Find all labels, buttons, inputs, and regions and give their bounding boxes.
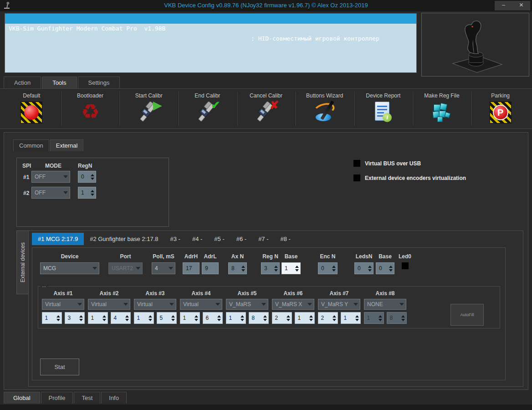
spinner-arrows-icon[interactable] xyxy=(55,313,61,323)
axis-1-spinner-a[interactable]: 1 xyxy=(42,312,62,324)
spi1-regn-spinner[interactable]: 0 xyxy=(78,171,96,183)
axn-spinner[interactable]: 8 xyxy=(228,262,247,274)
axis-8-spinner-a[interactable]: 1 xyxy=(364,312,384,324)
spinner-arrows-icon[interactable] xyxy=(308,313,314,323)
base2-spinner[interactable]: 0 xyxy=(376,262,394,274)
device-tab-1[interactable]: #1 MCG 2:17.9 xyxy=(32,233,84,245)
tab-info[interactable]: Info xyxy=(101,392,127,404)
tab-profile[interactable]: Profile xyxy=(41,392,73,404)
spinner-arrows-icon[interactable] xyxy=(239,313,246,323)
tab-tools[interactable]: Tools xyxy=(42,77,77,88)
axis-6-spinner-b[interactable]: 1 xyxy=(295,312,315,324)
spinner-arrows-icon[interactable] xyxy=(262,313,268,323)
parking-button[interactable]: Parking P xyxy=(472,91,528,127)
spinner-arrows-icon[interactable] xyxy=(89,171,96,182)
axis-7-spinner-b[interactable]: 1 xyxy=(341,312,361,324)
axis-3-mode-dropdown[interactable]: Virtual xyxy=(134,299,176,310)
axis-5-spinner-a[interactable]: 1 xyxy=(226,312,246,324)
axis-6-mode-dropdown[interactable]: V_MaRS X xyxy=(272,299,314,310)
adrh-input[interactable]: 17 xyxy=(183,262,200,274)
axis-4-mode-dropdown[interactable]: Virtual xyxy=(180,299,222,310)
regn-spinner[interactable]: 3 xyxy=(261,262,280,274)
spinner-arrows-icon[interactable] xyxy=(101,313,107,323)
device-list[interactable]: VKB-Sim Gunfighter Modern Combat Pro v1.… xyxy=(5,13,417,73)
axis-1-mode-dropdown[interactable]: Virtual xyxy=(42,299,84,310)
tab-settings[interactable]: Settings xyxy=(78,77,120,88)
end-calibr-button[interactable]: End Calibr ✔ xyxy=(179,91,235,127)
spinner-arrows-icon[interactable] xyxy=(273,263,279,274)
spinner-arrows-icon[interactable] xyxy=(354,313,360,323)
port-dropdown[interactable]: USART2 xyxy=(108,262,143,274)
autofill-button[interactable]: AutoFill xyxy=(450,304,484,326)
spinner-arrows-icon[interactable] xyxy=(400,313,406,323)
axis-4-spinner-b[interactable]: 6 xyxy=(203,312,223,324)
spinner-arrows-icon[interactable] xyxy=(78,313,84,323)
spinner-arrows-icon[interactable] xyxy=(216,313,222,323)
make-reg-file-button[interactable]: Make Reg File xyxy=(414,91,470,127)
spi2-regn-spinner[interactable]: 1 xyxy=(78,187,96,199)
spinner-arrows-icon[interactable] xyxy=(294,263,300,274)
cancel-calibr-button[interactable]: Cancel Calibr ✘ xyxy=(238,91,294,127)
spinner-arrows-icon[interactable] xyxy=(367,263,373,274)
spinner-arrows-icon[interactable] xyxy=(147,313,153,323)
spinner-arrows-icon[interactable] xyxy=(89,187,96,198)
device-tab-7[interactable]: #7 - xyxy=(252,233,274,245)
stat-button[interactable]: Stat xyxy=(40,359,79,375)
encn-spinner[interactable]: 0 xyxy=(318,262,338,274)
minimize-button[interactable]: – xyxy=(495,1,512,10)
axis-6-spinner-a[interactable]: 2 xyxy=(272,312,292,324)
device-tab-5[interactable]: #5 - xyxy=(208,233,230,245)
spinner-arrows-icon[interactable] xyxy=(124,313,130,323)
axis-2-mode-dropdown[interactable]: Virtual xyxy=(88,299,130,310)
spinner-arrows-icon[interactable] xyxy=(170,313,176,323)
virtual-bus-option[interactable]: Virtual BUS over USB xyxy=(353,160,421,167)
encoder-virt-checkbox[interactable] xyxy=(353,174,360,181)
device-dropdown[interactable]: MCG xyxy=(40,262,99,274)
external-devices-side-tab[interactable]: External devices xyxy=(16,231,28,294)
axis-7-spinner-a[interactable]: 2 xyxy=(318,312,338,324)
spinner-arrows-icon[interactable] xyxy=(240,263,246,274)
poll-dropdown[interactable]: 4 xyxy=(152,262,175,274)
start-calibr-button[interactable]: Start Calibr ▶ xyxy=(121,91,177,127)
spinner-arrows-icon[interactable] xyxy=(331,263,337,274)
axis-7-mode-dropdown[interactable]: V_MaRS Y xyxy=(318,299,360,310)
axis-3-spinner-a[interactable]: 1 xyxy=(134,312,154,324)
axis-8-mode-dropdown[interactable]: NONE xyxy=(364,299,406,310)
spinner-arrows-icon[interactable] xyxy=(388,263,394,274)
buttons-wizard-button[interactable]: Buttons Wizard xyxy=(297,91,353,127)
tab-common[interactable]: Common xyxy=(13,139,49,151)
device-tab-2[interactable]: #2 Gunfighter base 2:17.8 xyxy=(84,233,164,245)
axis-8-spinner-b[interactable]: 8 xyxy=(387,312,407,324)
axis-3-spinner-b[interactable]: 5 xyxy=(157,312,177,324)
axis-5-mode-dropdown[interactable]: V_MaRS xyxy=(226,299,268,310)
virtual-bus-checkbox[interactable] xyxy=(353,160,360,167)
bootloader-button[interactable]: Bootloader ♻ xyxy=(62,91,118,127)
spinner-arrows-icon[interactable] xyxy=(285,313,292,323)
spinner-arrows-icon[interactable] xyxy=(193,313,200,323)
base-spinner[interactable]: 1 xyxy=(281,262,301,274)
axis-1-spinner-b[interactable]: 3 xyxy=(65,312,85,324)
tab-test[interactable]: Test xyxy=(74,392,100,404)
spinner-arrows-icon[interactable] xyxy=(377,313,384,323)
close-button[interactable]: ✕ xyxy=(512,1,530,10)
default-button[interactable]: Default xyxy=(4,91,60,127)
device-tab-8[interactable]: #8 - xyxy=(275,233,297,245)
axis-2-spinner-b[interactable]: 4 xyxy=(111,312,131,324)
spi2-mode-dropdown[interactable]: OFF xyxy=(31,187,70,199)
ledsn-spinner[interactable]: 0 xyxy=(354,262,373,274)
axis-4-spinner-a[interactable]: 1 xyxy=(180,312,200,324)
encoder-virt-option[interactable]: External device encoders virtualization xyxy=(353,174,466,181)
axis-2-spinner-a[interactable]: 1 xyxy=(88,312,108,324)
device-list-selected-row[interactable]: VKB-Sim Gunfighter Modern Combat Pro v1.… xyxy=(5,14,416,24)
device-tab-4[interactable]: #4 - xyxy=(186,233,208,245)
tab-external[interactable]: External xyxy=(50,139,84,151)
device-tab-6[interactable]: #6 - xyxy=(230,233,252,245)
tab-action[interactable]: Action xyxy=(4,77,41,88)
spinner-arrows-icon[interactable] xyxy=(331,313,338,323)
adrl-input[interactable]: 9 xyxy=(202,262,219,274)
device-tab-3[interactable]: #3 - xyxy=(164,233,186,245)
axis-5-spinner-b[interactable]: 8 xyxy=(249,312,269,324)
spi1-mode-dropdown[interactable]: OFF xyxy=(31,171,70,183)
device-report-button[interactable]: Device Report i xyxy=(355,91,411,127)
led0-checkbox[interactable] xyxy=(402,262,409,269)
